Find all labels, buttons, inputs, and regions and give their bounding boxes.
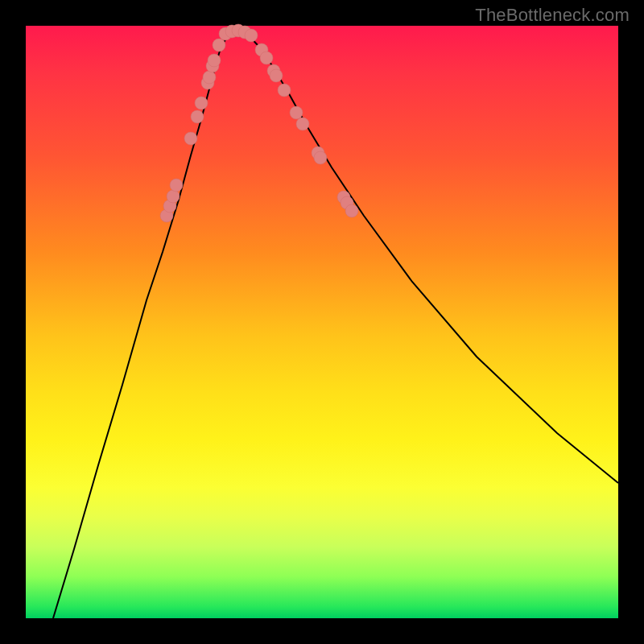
bead-point: [260, 52, 273, 64]
bead-point: [314, 151, 327, 164]
bead-point: [170, 179, 183, 192]
bead-point: [213, 39, 225, 52]
curve-svg: [26, 26, 618, 618]
bead-point: [167, 190, 180, 203]
beads-group: [160, 24, 358, 222]
bead-point: [184, 132, 197, 145]
bead-point: [345, 204, 358, 217]
bead-point: [245, 29, 258, 42]
valley-curve-path: [53, 31, 618, 618]
bead-point: [270, 69, 283, 82]
bead-point: [195, 97, 208, 109]
bead-point: [278, 84, 291, 97]
bead-point: [191, 110, 204, 123]
bead-point: [290, 106, 303, 119]
bead-point: [203, 71, 216, 84]
chart-frame: TheBottleneck.com: [0, 0, 644, 644]
bead-point: [296, 118, 309, 130]
bead-point: [208, 54, 221, 67]
watermark-text: TheBottleneck.com: [475, 5, 630, 26]
plot-area: [26, 26, 618, 618]
